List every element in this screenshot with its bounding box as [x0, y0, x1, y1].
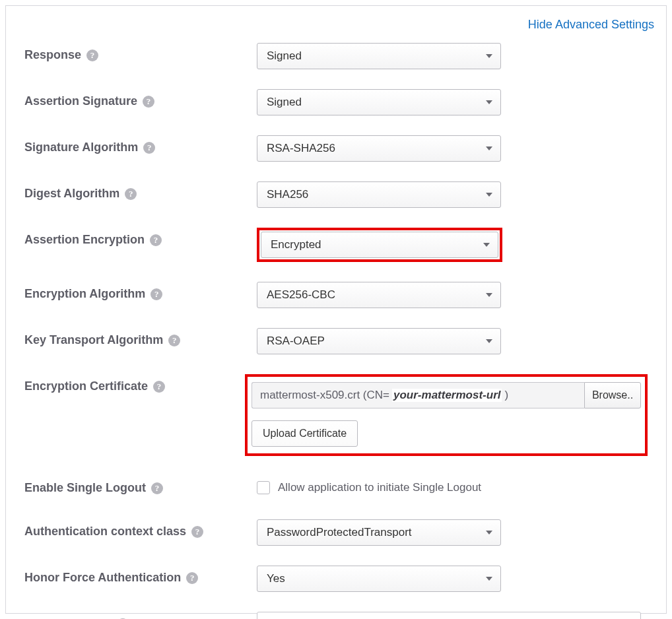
input-col: RSA-SHA256: [257, 135, 648, 162]
label-digest-algorithm: Digest Algorithm ?: [24, 181, 257, 201]
input-col: Allow application to initiate Single Log…: [257, 476, 648, 494]
help-icon[interactable]: ?: [86, 49, 98, 61]
row-saml-issuer-id: SAML Issuer ID ?: [24, 612, 648, 619]
help-icon[interactable]: ?: [143, 142, 155, 154]
highlight-encryption-certificate: mattermost-x509.crt (CN= your-mattermost…: [245, 374, 648, 456]
chevron-down-icon: [486, 577, 492, 581]
label-honor-force-auth: Honor Force Authentication ?: [24, 566, 257, 585]
honor-force-auth-value: Yes: [267, 572, 285, 585]
chevron-down-icon: [486, 54, 492, 58]
input-col: AES256-CBC: [257, 282, 648, 308]
enable-single-logout-checkbox[interactable]: [257, 481, 270, 494]
response-label: Response: [24, 48, 81, 62]
chevron-down-icon: [486, 100, 492, 104]
encryption-certificate-label: Encryption Certificate: [24, 379, 148, 393]
saml-issuer-id-input[interactable]: [257, 612, 641, 619]
row-encryption-certificate: Encryption Certificate ? mattermost-x509…: [24, 374, 648, 456]
assertion-signature-label: Assertion Signature: [24, 94, 137, 108]
checkbox-wrap: Allow application to initiate Single Log…: [257, 476, 648, 494]
assertion-encryption-label: Assertion Encryption: [24, 233, 145, 247]
row-digest-algorithm: Digest Algorithm ? SHA256: [24, 181, 648, 208]
row-auth-context-class: Authentication context class ? PasswordP…: [24, 519, 648, 546]
help-icon[interactable]: ?: [153, 381, 165, 393]
digest-algorithm-value: SHA256: [267, 188, 308, 201]
assertion-encryption-value: Encrypted: [271, 238, 321, 251]
input-col: Signed: [257, 89, 648, 115]
input-col: Signed: [257, 43, 648, 69]
cert-file-suffix: ): [504, 389, 508, 402]
chevron-down-icon: [486, 531, 492, 535]
row-honor-force-auth: Honor Force Authentication ? Yes: [24, 566, 648, 592]
label-response: Response ?: [24, 43, 257, 62]
label-signature-algorithm: Signature Algorithm ?: [24, 135, 257, 154]
response-value: Signed: [267, 49, 302, 63]
cert-file-url: your-mattermost-url: [392, 389, 502, 402]
cert-file-prefix: mattermost-x509.crt (CN=: [260, 389, 389, 402]
key-transport-algorithm-select[interactable]: RSA-OAEP: [257, 328, 501, 354]
row-encryption-algorithm: Encryption Algorithm ? AES256-CBC: [24, 282, 648, 308]
help-icon[interactable]: ?: [186, 572, 198, 584]
label-key-transport-algorithm: Key Transport Algorithm ?: [24, 328, 257, 347]
help-icon[interactable]: ?: [191, 526, 203, 538]
label-assertion-encryption: Assertion Encryption ?: [24, 228, 257, 247]
digest-algorithm-label: Digest Algorithm: [24, 187, 119, 201]
input-col: Yes: [257, 566, 648, 592]
label-auth-context-class: Authentication context class ?: [24, 519, 257, 538]
help-icon[interactable]: ?: [125, 188, 137, 200]
row-enable-single-logout: Enable Single Logout ? Allow application…: [24, 476, 648, 500]
help-icon[interactable]: ?: [150, 234, 162, 246]
label-encryption-algorithm: Encryption Algorithm ?: [24, 282, 257, 301]
hide-advanced-settings-link[interactable]: Hide Advanced Settings: [528, 18, 654, 32]
assertion-signature-select[interactable]: Signed: [257, 89, 501, 115]
auth-context-class-select[interactable]: PasswordProtectedTransport: [257, 519, 501, 546]
signature-algorithm-value: RSA-SHA256: [267, 142, 335, 155]
encryption-algorithm-select[interactable]: AES256-CBC: [257, 282, 501, 308]
certificate-file-display: mattermost-x509.crt (CN= your-mattermost…: [252, 382, 584, 408]
label-saml-issuer-id: SAML Issuer ID ?: [24, 612, 257, 619]
label-assertion-signature: Assertion Signature ?: [24, 89, 257, 108]
chevron-down-icon: [483, 243, 490, 247]
file-row: mattermost-x509.crt (CN= your-mattermost…: [252, 382, 641, 408]
chevron-down-icon: [486, 293, 492, 297]
auth-context-class-label: Authentication context class: [24, 525, 186, 538]
key-transport-algorithm-label: Key Transport Algorithm: [24, 333, 163, 347]
row-key-transport-algorithm: Key Transport Algorithm ? RSA-OAEP: [24, 328, 648, 354]
signature-algorithm-label: Signature Algorithm: [24, 141, 138, 154]
auth-context-class-value: PasswordProtectedTransport: [267, 526, 412, 539]
input-col: RSA-OAEP: [257, 328, 648, 354]
response-select[interactable]: Signed: [257, 43, 501, 69]
row-signature-algorithm: Signature Algorithm ? RSA-SHA256: [24, 135, 648, 162]
honor-force-auth-label: Honor Force Authentication: [24, 571, 181, 585]
highlight-assertion-encryption: Encrypted: [257, 228, 502, 262]
input-col: Encrypted: [257, 228, 648, 262]
chevron-down-icon: [486, 339, 492, 343]
key-transport-algorithm-value: RSA-OAEP: [267, 335, 325, 348]
browse-button[interactable]: Browse..: [584, 382, 641, 408]
help-icon[interactable]: ?: [151, 288, 162, 300]
label-enable-single-logout: Enable Single Logout ?: [24, 476, 257, 495]
input-col: SHA256: [257, 181, 648, 208]
help-icon[interactable]: ?: [168, 335, 180, 346]
digest-algorithm-select[interactable]: SHA256: [257, 181, 501, 208]
upload-certificate-button[interactable]: Upload Certificate: [252, 420, 358, 447]
assertion-signature-value: Signed: [267, 96, 302, 109]
enable-single-logout-label: Enable Single Logout: [24, 481, 146, 495]
row-response: Response ? Signed: [24, 43, 648, 69]
chevron-down-icon: [486, 193, 492, 197]
signature-algorithm-select[interactable]: RSA-SHA256: [257, 135, 501, 162]
saml-advanced-settings-panel: Hide Advanced Settings Response ? Signed…: [5, 5, 667, 614]
enable-single-logout-check-label: Allow application to initiate Single Log…: [278, 481, 481, 494]
row-assertion-signature: Assertion Signature ? Signed: [24, 89, 648, 115]
help-icon[interactable]: ?: [143, 96, 154, 108]
help-icon[interactable]: ?: [151, 482, 163, 494]
input-col: mattermost-x509.crt (CN= your-mattermost…: [245, 374, 648, 456]
input-col: [257, 612, 648, 619]
encryption-algorithm-value: AES256-CBC: [267, 288, 335, 302]
row-assertion-encryption: Assertion Encryption ? Encrypted: [24, 228, 648, 262]
chevron-down-icon: [486, 147, 492, 150]
encryption-algorithm-label: Encryption Algorithm: [24, 287, 145, 301]
honor-force-auth-select[interactable]: Yes: [257, 566, 501, 592]
assertion-encryption-select[interactable]: Encrypted: [261, 232, 498, 258]
form-rows: Response ? Signed Assertion Signature ? …: [6, 6, 666, 619]
label-encryption-certificate: Encryption Certificate ?: [24, 374, 245, 393]
